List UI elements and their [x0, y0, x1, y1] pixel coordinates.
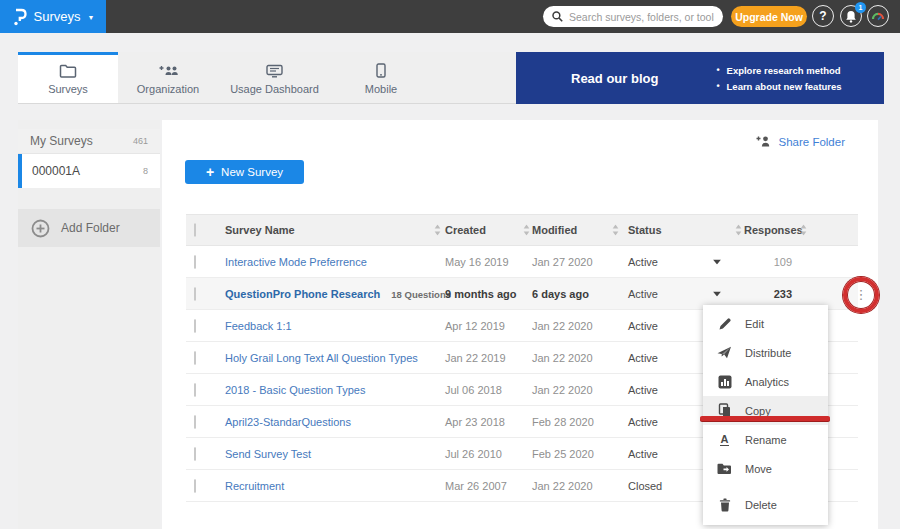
menu-item-rename[interactable]: A Rename — [703, 425, 828, 454]
plus-icon: + — [206, 164, 214, 180]
help-button[interactable]: ? — [812, 5, 834, 27]
product-menu-label: Surveys — [34, 9, 81, 24]
status-cell: Active — [628, 256, 658, 268]
status-cell: Active — [628, 352, 658, 364]
row-checkbox[interactable] — [194, 383, 196, 397]
row-checkbox[interactable] — [194, 351, 196, 365]
survey-name-link[interactable]: Interactive Mode Preferrence — [225, 256, 367, 268]
survey-name-link[interactable]: Feedback 1:1 — [225, 320, 292, 332]
column-header-modified[interactable]: Modified — [532, 224, 577, 236]
menu-item-move[interactable]: Move — [703, 454, 828, 483]
phone-icon — [376, 63, 386, 78]
modified-cell: Feb 25 2020 — [532, 448, 594, 460]
sort-icon[interactable] — [523, 225, 530, 236]
bell-icon — [845, 10, 857, 23]
survey-name-link[interactable]: QuestionPro Phone Research — [225, 288, 380, 300]
menu-item-label: Edit — [745, 318, 764, 330]
column-header-status[interactable]: Status — [628, 224, 662, 236]
organization-icon — [158, 64, 179, 78]
created-cell: Jan 22 2019 — [445, 352, 506, 364]
select-all-checkbox[interactable] — [194, 223, 196, 237]
tab-organization[interactable]: Organization — [118, 52, 218, 103]
account-health-button[interactable] — [867, 5, 889, 27]
table-row: Interactive Mode Preferrence May 16 2019… — [186, 246, 858, 278]
menu-item-label: Move — [745, 463, 772, 475]
created-cell: Mar 26 2007 — [445, 480, 507, 492]
modified-cell: Feb 28 2020 — [532, 416, 594, 428]
banner-bullet-list: • Explore research method • Learn about … — [716, 65, 841, 92]
pencil-icon — [717, 317, 732, 331]
search-icon — [552, 11, 563, 22]
gauge-icon — [871, 10, 885, 22]
status-cell: Closed — [628, 480, 662, 492]
row-checkbox[interactable] — [194, 319, 196, 333]
modified-cell: 6 days ago — [532, 288, 589, 300]
menu-item-edit[interactable]: Edit — [703, 309, 828, 338]
banner-bullet: • Learn about new features — [716, 81, 841, 92]
status-cell: Active — [628, 416, 658, 428]
status-cell: Active — [628, 320, 658, 332]
row-checkbox[interactable] — [194, 447, 196, 461]
sort-icon[interactable] — [735, 225, 742, 236]
tab-mobile[interactable]: Mobile — [331, 52, 431, 103]
survey-name-link[interactable]: Holy Grail Long Text All Question Types — [225, 352, 418, 364]
menu-item-delete[interactable]: Delete — [703, 490, 828, 519]
menu-item-copy[interactable]: Copy — [703, 396, 828, 425]
row-actions-menu: Edit Distribute Analytics Copy A Rename … — [703, 305, 828, 525]
folder-icon — [59, 64, 77, 78]
new-survey-label: New Survey — [221, 166, 283, 178]
survey-name-link[interactable]: Send Survey Test — [225, 448, 311, 460]
modified-cell: Jan 22 2020 — [532, 352, 593, 364]
add-folder-label: Add Folder — [61, 221, 120, 235]
survey-name-link[interactable]: Recruitment — [225, 480, 284, 492]
row-checkbox[interactable] — [194, 287, 196, 301]
survey-name-link[interactable]: April23-StandarQuestions — [225, 416, 351, 428]
menu-item-distribute[interactable]: Distribute — [703, 338, 828, 367]
sort-icon[interactable] — [434, 225, 441, 236]
column-header-created[interactable]: Created — [445, 224, 486, 236]
row-checkbox[interactable] — [194, 479, 196, 493]
question-count-badge: 18 Questions — [391, 289, 451, 300]
column-header-responses[interactable]: Responses — [744, 224, 792, 236]
blog-banner[interactable]: Read our blog • Explore research method … — [516, 52, 884, 104]
chevron-down-icon: ▼ — [88, 14, 95, 21]
survey-name-link[interactable]: 2018 - Basic Question Types — [225, 384, 365, 396]
share-folder-label: Share Folder — [779, 136, 845, 148]
survey-count: 8 — [143, 166, 148, 176]
notification-count-badge: 1 — [855, 2, 866, 13]
row-checkbox[interactable] — [194, 415, 196, 429]
column-header-survey-name[interactable]: Survey Name — [225, 224, 295, 236]
global-search[interactable] — [543, 6, 723, 27]
notifications-button[interactable]: 1 — [840, 5, 862, 27]
created-cell: Jul 06 2018 — [445, 384, 502, 396]
sort-icon[interactable] — [800, 225, 807, 236]
created-cell: Apr 23 2018 — [445, 416, 505, 428]
modified-cell: Jan 27 2020 — [532, 256, 593, 268]
sidebar-item-my-surveys[interactable]: My Surveys 461 — [18, 129, 160, 154]
status-dropdown-caret[interactable] — [713, 291, 721, 296]
product-switcher[interactable]: Surveys ▼ — [0, 0, 106, 33]
add-folder-button[interactable]: Add Folder — [18, 209, 160, 247]
survey-count: 461 — [133, 136, 148, 146]
menu-item-analytics[interactable]: Analytics — [703, 367, 828, 396]
created-cell: 9 months ago — [445, 288, 517, 300]
sidebar-item-label: 000001A — [32, 164, 80, 178]
row-actions-ellipsis-button[interactable]: ⋮ — [852, 283, 870, 307]
row-checkbox[interactable] — [194, 255, 196, 269]
share-folder-link[interactable]: Share Folder — [756, 135, 845, 148]
banner-bullet: • Explore research method — [716, 65, 841, 76]
status-dropdown-caret[interactable] — [713, 259, 721, 264]
tab-surveys[interactable]: Surveys — [18, 52, 118, 103]
upgrade-now-button[interactable]: Upgrade Now — [731, 6, 807, 27]
status-cell: Active — [628, 288, 658, 300]
rename-icon: A — [717, 433, 732, 446]
sort-icon[interactable] — [612, 225, 619, 236]
search-input[interactable] — [569, 11, 714, 23]
sidebar-item-folder-000001A[interactable]: 000001A 8 — [18, 154, 160, 188]
responses-cell: 109 — [742, 256, 792, 268]
status-cell: Active — [628, 448, 658, 460]
tab-label: Organization — [137, 83, 199, 95]
tab-usage-dashboard[interactable]: Usage Dashboard — [218, 52, 331, 103]
table-header-row: Survey Name Created Modified Status Resp… — [186, 214, 858, 246]
new-survey-button[interactable]: + New Survey — [185, 160, 304, 184]
